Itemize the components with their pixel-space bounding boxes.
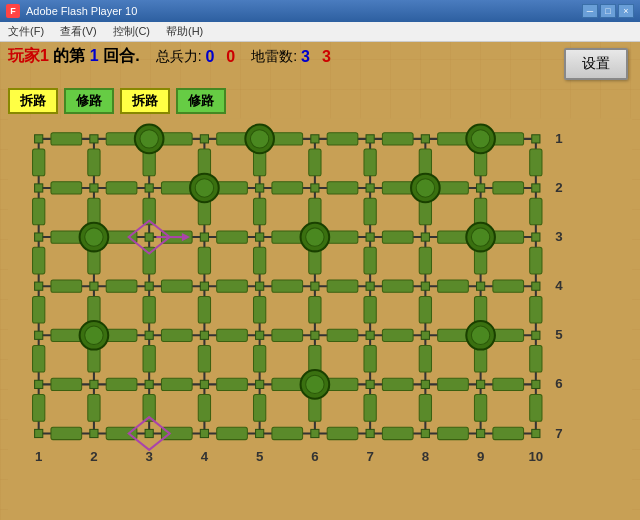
svg-rect-242 bbox=[364, 149, 376, 176]
svg-rect-201 bbox=[272, 427, 303, 439]
app-icon: F bbox=[6, 4, 20, 18]
svg-rect-175 bbox=[327, 280, 358, 292]
svg-rect-229 bbox=[198, 395, 210, 422]
svg-rect-183 bbox=[272, 329, 303, 341]
svg-rect-299 bbox=[311, 184, 319, 192]
info-bar: 玩家1 的第 1 回合. 总兵力: 0 0 地雷数: 3 3 bbox=[8, 46, 632, 67]
svg-rect-345 bbox=[477, 429, 485, 437]
svg-rect-208 bbox=[33, 247, 45, 274]
svg-rect-232 bbox=[254, 247, 266, 274]
svg-rect-321 bbox=[145, 331, 153, 339]
svg-rect-323 bbox=[256, 331, 264, 339]
svg-rect-150 bbox=[438, 133, 469, 145]
svg-rect-196 bbox=[493, 378, 524, 390]
svg-rect-156 bbox=[272, 182, 303, 194]
window-controls[interactable]: ─ □ × bbox=[582, 4, 634, 18]
svg-rect-158 bbox=[382, 182, 413, 194]
menu-file[interactable]: 文件(F) bbox=[4, 22, 48, 41]
svg-rect-346 bbox=[532, 429, 540, 437]
svg-rect-262 bbox=[530, 247, 542, 274]
svg-rect-165 bbox=[272, 231, 303, 243]
close-button[interactable]: × bbox=[618, 4, 634, 18]
svg-rect-169 bbox=[493, 231, 524, 243]
svg-rect-179 bbox=[51, 329, 82, 341]
demolish-button-1[interactable]: 拆路 bbox=[8, 88, 58, 114]
svg-rect-240 bbox=[309, 346, 321, 373]
svg-rect-227 bbox=[198, 296, 210, 323]
svg-rect-168 bbox=[438, 231, 469, 243]
svg-rect-264 bbox=[530, 346, 542, 373]
svg-rect-161 bbox=[51, 231, 82, 243]
svg-rect-257 bbox=[474, 296, 486, 323]
maximize-button[interactable]: □ bbox=[600, 4, 616, 18]
svg-rect-328 bbox=[35, 380, 43, 388]
svg-rect-318 bbox=[477, 282, 485, 290]
svg-point-279 bbox=[306, 228, 324, 246]
svg-rect-317 bbox=[421, 282, 429, 290]
svg-rect-155 bbox=[217, 182, 248, 194]
svg-rect-203 bbox=[382, 427, 413, 439]
svg-rect-290 bbox=[200, 135, 208, 143]
svg-rect-335 bbox=[477, 380, 485, 388]
svg-rect-211 bbox=[33, 395, 45, 422]
svg-rect-245 bbox=[364, 296, 376, 323]
row-label-2: 2 bbox=[555, 180, 562, 195]
svg-rect-160 bbox=[493, 182, 524, 194]
svg-rect-312 bbox=[145, 282, 153, 290]
turn-info: 玩家1 的第 1 回合. bbox=[8, 46, 140, 67]
col-label-1: 1 bbox=[35, 449, 43, 464]
minimize-button[interactable]: ─ bbox=[582, 4, 598, 18]
row-label-5: 5 bbox=[555, 327, 563, 342]
mine-spacer bbox=[314, 49, 318, 65]
svg-rect-205 bbox=[493, 427, 524, 439]
force-label: 总兵力: bbox=[156, 48, 202, 66]
svg-rect-191 bbox=[217, 378, 248, 390]
svg-rect-233 bbox=[254, 296, 266, 323]
svg-rect-342 bbox=[311, 429, 319, 437]
svg-rect-210 bbox=[33, 346, 45, 373]
svg-point-283 bbox=[85, 326, 103, 344]
svg-rect-329 bbox=[90, 380, 98, 388]
repair-button-1[interactable]: 修路 bbox=[64, 88, 114, 114]
svg-rect-295 bbox=[35, 184, 43, 192]
svg-rect-172 bbox=[161, 280, 192, 292]
svg-rect-325 bbox=[366, 331, 374, 339]
svg-rect-190 bbox=[161, 378, 192, 390]
col-label-8: 8 bbox=[422, 449, 429, 464]
svg-rect-315 bbox=[311, 282, 319, 290]
col-label-6: 6 bbox=[311, 449, 318, 464]
svg-rect-234 bbox=[254, 346, 266, 373]
svg-rect-289 bbox=[90, 135, 98, 143]
svg-rect-302 bbox=[532, 184, 540, 192]
svg-rect-332 bbox=[256, 380, 264, 388]
svg-rect-221 bbox=[143, 296, 155, 323]
col-label-4: 4 bbox=[201, 449, 209, 464]
repair-button-2[interactable]: 修路 bbox=[176, 88, 226, 114]
svg-rect-291 bbox=[311, 135, 319, 143]
svg-rect-293 bbox=[421, 135, 429, 143]
svg-rect-181 bbox=[161, 329, 192, 341]
svg-rect-148 bbox=[327, 133, 358, 145]
menu-help[interactable]: 帮助(H) bbox=[162, 22, 207, 41]
svg-rect-259 bbox=[474, 395, 486, 422]
svg-rect-209 bbox=[33, 296, 45, 323]
svg-rect-292 bbox=[366, 135, 374, 143]
svg-rect-180 bbox=[106, 329, 137, 341]
grid-container: 1 2 3 4 5 6 7 1 2 3 4 5 6 7 8 9 10 bbox=[8, 114, 632, 520]
svg-rect-185 bbox=[382, 329, 413, 341]
menu-view[interactable]: 查看(V) bbox=[56, 22, 101, 41]
demolish-button-2[interactable]: 拆路 bbox=[120, 88, 170, 114]
svg-rect-167 bbox=[382, 231, 413, 243]
svg-rect-154 bbox=[161, 182, 192, 194]
mine-p1-value: 3 bbox=[301, 48, 310, 66]
menu-control[interactable]: 控制(C) bbox=[109, 22, 154, 41]
settings-button[interactable]: 设置 bbox=[564, 48, 628, 80]
svg-rect-288 bbox=[35, 135, 43, 143]
player-label: 玩家1 bbox=[8, 47, 49, 64]
svg-rect-308 bbox=[421, 233, 429, 241]
svg-rect-334 bbox=[421, 380, 429, 388]
svg-rect-294 bbox=[532, 135, 540, 143]
svg-rect-326 bbox=[421, 331, 429, 339]
force-spacer bbox=[218, 49, 222, 65]
svg-rect-309 bbox=[532, 233, 540, 241]
